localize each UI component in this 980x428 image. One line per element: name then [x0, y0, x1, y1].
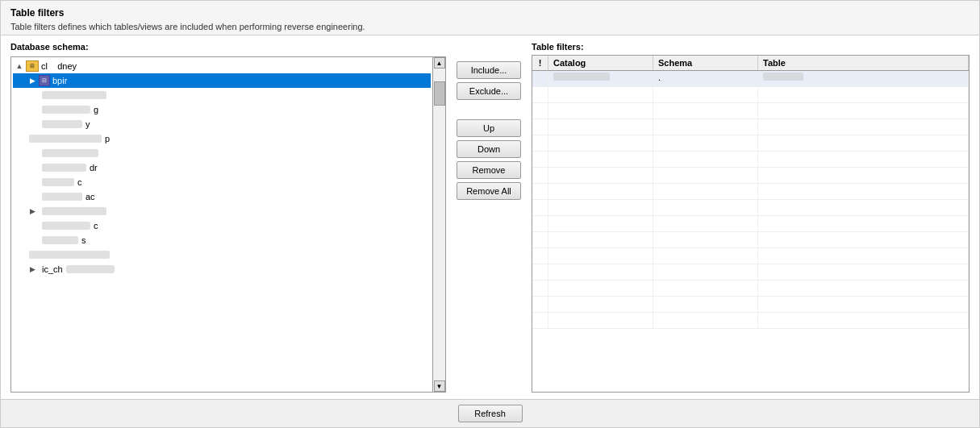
cell-table — [758, 280, 969, 296]
cell-table — [758, 313, 969, 328]
scroll-thumb[interactable] — [434, 81, 445, 106]
scrollbar-vertical[interactable]: ▲ ▼ — [432, 57, 445, 392]
tree-item[interactable]: dr — [13, 160, 431, 175]
table-row[interactable] — [532, 135, 969, 152]
table-row[interactable] — [532, 313, 969, 329]
table-row[interactable]: . — [532, 71, 969, 87]
db-icon: ⊞ — [26, 60, 39, 72]
tree-container: ▲ ⊞ cl dney ▶ ⊟ bpir — [10, 56, 446, 393]
table-row[interactable] — [532, 216, 969, 232]
table-row[interactable] — [532, 152, 969, 168]
tree-item[interactable]: y — [13, 117, 431, 131]
cell-table — [758, 232, 969, 247]
cell-schema: . — [653, 71, 758, 86]
header-section: Table filters Table filters defines whic… — [1, 1, 979, 35]
cell-schema — [653, 264, 758, 280]
tree-item[interactable]: ▶ ic_ch — [13, 262, 431, 276]
cell-schema — [653, 103, 758, 118]
tree-item[interactable] — [13, 247, 431, 262]
tree-node-label: ac — [85, 192, 95, 202]
cell-catalog — [548, 135, 653, 151]
tree-node-label: bpir — [52, 76, 67, 85]
tree-item[interactable]: c — [13, 218, 431, 233]
tree-item[interactable]: p — [13, 131, 431, 146]
tree-node-label: p — [105, 134, 110, 143]
tree-node-label: dr — [90, 163, 98, 172]
cell-excl — [532, 119, 548, 135]
page-container: Table filters Table filters defines whic… — [0, 0, 980, 428]
col-header-catalog: Catalog — [548, 56, 653, 70]
table-row[interactable] — [532, 200, 969, 216]
tree-item[interactable]: ac — [13, 189, 431, 204]
cell-catalog — [548, 280, 653, 296]
scroll-down-arrow[interactable]: ▼ — [434, 380, 445, 392]
cell-excl — [532, 264, 548, 280]
table-row[interactable] — [532, 168, 969, 184]
up-button[interactable]: Up — [457, 119, 521, 137]
table-row[interactable] — [532, 297, 969, 313]
cell-excl — [532, 297, 548, 312]
cell-excl — [532, 232, 548, 247]
header-desc: Table filters defines which tables/views… — [10, 22, 970, 31]
tree-item[interactable]: ▲ ⊞ cl dney — [13, 59, 431, 73]
cell-excl — [532, 152, 548, 167]
cell-excl — [532, 184, 548, 199]
include-button[interactable]: Include... — [457, 61, 521, 79]
col-header-excl: ! — [532, 56, 548, 70]
refresh-button[interactable]: Refresh — [458, 405, 523, 422]
tree-item[interactable]: s — [13, 233, 431, 247]
tree-item[interactable]: g — [13, 102, 431, 117]
cell-catalog — [548, 87, 653, 102]
cell-catalog — [548, 184, 653, 199]
header-title: Table filters — [10, 7, 970, 19]
scroll-up-arrow[interactable]: ▲ — [434, 57, 445, 69]
table-row[interactable] — [532, 232, 969, 248]
cell-table — [758, 216, 969, 231]
cell-catalog — [548, 248, 653, 264]
tree-node-label: g — [94, 105, 98, 114]
remove-all-button[interactable]: Remove All — [457, 182, 521, 200]
tree-scroll-area[interactable]: ▲ ⊞ cl dney ▶ ⊟ bpir — [11, 57, 432, 392]
tree-item[interactable]: c — [13, 175, 431, 189]
expand-icon[interactable]: ▶ — [26, 205, 39, 218]
table-row[interactable] — [532, 280, 969, 297]
table-filters-label: Table filters: — [532, 42, 970, 52]
tree-node-label: c — [77, 177, 82, 187]
table-row[interactable] — [532, 248, 969, 264]
tree-node-label: s — [81, 235, 86, 245]
cell-schema — [653, 200, 758, 215]
col-header-table: Table — [758, 56, 969, 70]
cell-table — [758, 71, 969, 86]
cell-excl — [532, 216, 548, 231]
table-row[interactable] — [532, 119, 969, 135]
tree-item[interactable] — [13, 88, 431, 102]
table-row[interactable] — [532, 264, 969, 280]
exclude-button[interactable]: Exclude... — [457, 82, 521, 100]
expand-icon[interactable]: ▶ — [26, 263, 39, 276]
col-header-schema: Schema — [653, 56, 758, 70]
table-row[interactable] — [532, 103, 969, 119]
tree-item[interactable]: ▶ ⊟ bpir — [13, 73, 431, 88]
cell-catalog — [548, 168, 653, 183]
tree-item[interactable]: ▶ — [13, 204, 431, 218]
cell-schema — [653, 232, 758, 247]
remove-button[interactable]: Remove — [457, 161, 521, 179]
expand-icon[interactable]: ▲ — [13, 60, 26, 73]
expand-icon[interactable]: ▶ — [26, 74, 39, 87]
filters-table: ! Catalog Schema Table . — [532, 55, 970, 393]
cell-catalog — [548, 103, 653, 118]
tree-item[interactable] — [13, 146, 431, 160]
cell-table — [758, 135, 969, 151]
tree-node-label: cl dney — [41, 61, 77, 71]
cell-excl — [532, 200, 548, 215]
filters-table-header: ! Catalog Schema Table — [532, 56, 969, 71]
cell-table — [758, 87, 969, 102]
bottom-bar: Refresh — [1, 399, 979, 427]
cell-schema — [653, 216, 758, 231]
down-button[interactable]: Down — [457, 140, 521, 158]
table-row[interactable] — [532, 184, 969, 200]
middle-buttons-panel: Include... Exclude... Up Down Remove Rem… — [452, 42, 525, 393]
table-row[interactable] — [532, 87, 969, 103]
cell-schema — [653, 168, 758, 183]
cell-excl — [532, 313, 548, 328]
